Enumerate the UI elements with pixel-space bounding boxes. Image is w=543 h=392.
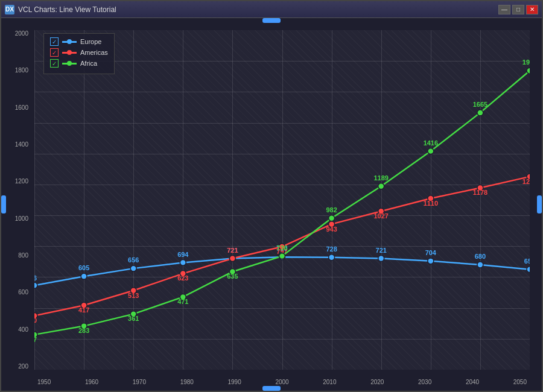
legend-item-europe: ✓ Europe <box>50 37 108 46</box>
app-icon: DX <box>5 5 14 14</box>
x-label-1970: 1970 <box>133 379 146 385</box>
svg-text:721: 721 <box>376 247 387 254</box>
svg-point-62 <box>477 110 483 116</box>
svg-point-14 <box>378 256 384 262</box>
svg-text:680: 680 <box>475 253 486 260</box>
svg-text:471: 471 <box>177 298 188 305</box>
svg-point-54 <box>279 253 285 259</box>
svg-text:283: 283 <box>78 327 89 334</box>
x-label-2000: 2000 <box>275 379 288 385</box>
y-label-400: 400 <box>18 326 28 333</box>
svg-text:656: 656 <box>128 256 139 264</box>
window-controls: — □ ✕ <box>498 5 538 14</box>
svg-text:513: 513 <box>128 292 139 299</box>
svg-text:1027: 1027 <box>374 212 389 220</box>
svg-text:694: 694 <box>177 251 188 258</box>
svg-text:982: 982 <box>326 206 337 213</box>
legend-checkbox-africa[interactable]: ✓ <box>50 59 59 68</box>
svg-text:635: 635 <box>227 273 238 280</box>
scroll-right-handle[interactable] <box>537 195 542 213</box>
svg-text:1178: 1178 <box>473 189 487 196</box>
svg-text:704: 704 <box>425 249 436 256</box>
y-label-1600: 1600 <box>15 104 28 111</box>
svg-text:227: 227 <box>34 336 37 343</box>
y-label-200: 200 <box>18 363 28 370</box>
svg-text:650: 650 <box>524 258 530 265</box>
svg-point-20 <box>527 267 530 273</box>
svg-point-30 <box>229 256 235 262</box>
svg-text:1110: 1110 <box>424 200 438 207</box>
chart-legend: ✓ Europe ✓ Americas ✓ Africa <box>43 33 115 74</box>
svg-text:417: 417 <box>78 306 89 314</box>
svg-text:736: 736 <box>276 244 287 251</box>
svg-point-6 <box>180 259 186 265</box>
main-window: DX VCL Charts: Line View Tutorial — □ ✕ … <box>0 0 543 392</box>
svg-point-12 <box>329 254 335 261</box>
svg-text:721: 721 <box>227 247 238 254</box>
y-label-1200: 1200 <box>15 178 28 185</box>
svg-text:728: 728 <box>326 245 337 253</box>
svg-point-18 <box>477 262 483 268</box>
x-label-2020: 2020 <box>370 379 384 385</box>
x-axis-labels: 1950 1960 1970 1980 1990 2000 2010 2020 … <box>34 373 530 391</box>
x-label-1980: 1980 <box>180 379 194 385</box>
window-title: VCL Charts: Line View Tutorial <box>18 5 116 14</box>
svg-text:1189: 1189 <box>374 174 389 182</box>
x-label-2030: 2030 <box>418 379 431 385</box>
y-label-800: 800 <box>18 252 28 259</box>
maximize-button[interactable]: □ <box>512 5 524 14</box>
x-label-1950: 1950 <box>37 379 51 385</box>
scroll-top-handle[interactable] <box>262 18 281 23</box>
y-label-1400: 1400 <box>15 141 28 148</box>
svg-point-56 <box>329 215 335 221</box>
y-label-1800: 1800 <box>15 67 28 74</box>
svg-text:361: 361 <box>128 315 139 323</box>
y-label-600: 600 <box>18 289 28 296</box>
svg-point-64 <box>527 68 530 74</box>
svg-point-16 <box>428 258 434 264</box>
legend-checkbox-europe[interactable]: ✓ <box>50 37 59 46</box>
x-label-1960: 1960 <box>85 379 98 385</box>
svg-text:546: 546 <box>34 274 37 282</box>
svg-point-0 <box>34 282 37 288</box>
legend-checkbox-americas[interactable]: ✓ <box>50 48 59 57</box>
chart-plot-area: 5466056566947217307287217046806503504175… <box>34 30 530 370</box>
svg-text:1416: 1416 <box>424 139 438 147</box>
y-label-2000: 2000 <box>15 30 28 37</box>
svg-text:623: 623 <box>177 274 188 282</box>
x-label-2050: 2050 <box>513 379 527 385</box>
svg-text:605: 605 <box>78 264 89 271</box>
title-bar: DX VCL Charts: Line View Tutorial — □ ✕ <box>1 1 542 18</box>
chart-svg: 5466056566947217307287217046806503504175… <box>34 30 530 370</box>
minimize-button[interactable]: — <box>498 5 510 14</box>
svg-text:1937: 1937 <box>522 58 530 66</box>
svg-text:1665: 1665 <box>473 101 487 108</box>
svg-text:350: 350 <box>34 317 37 324</box>
chart-container: 2000 1800 1600 1400 1200 1000 800 600 40… <box>1 18 542 391</box>
legend-label-africa: Africa <box>80 60 97 67</box>
y-axis-labels: 2000 1800 1600 1400 1200 1000 800 600 40… <box>1 30 31 370</box>
x-label-2040: 2040 <box>466 379 479 385</box>
x-label-1990: 1990 <box>228 379 241 385</box>
y-label-1000: 1000 <box>15 215 28 222</box>
title-bar-left: DX VCL Charts: Line View Tutorial <box>5 5 116 14</box>
legend-label-americas: Americas <box>80 49 108 56</box>
svg-text:1251: 1251 <box>522 178 530 185</box>
svg-point-4 <box>130 265 136 271</box>
svg-text:943: 943 <box>326 226 337 233</box>
svg-point-2 <box>81 273 87 279</box>
x-label-2010: 2010 <box>323 379 336 385</box>
legend-item-americas: ✓ Americas <box>50 48 108 57</box>
legend-label-europe: Europe <box>80 38 101 45</box>
close-button[interactable]: ✕ <box>526 5 538 14</box>
svg-point-60 <box>428 148 434 154</box>
legend-item-africa: ✓ Africa <box>50 59 108 68</box>
svg-point-58 <box>378 183 384 189</box>
